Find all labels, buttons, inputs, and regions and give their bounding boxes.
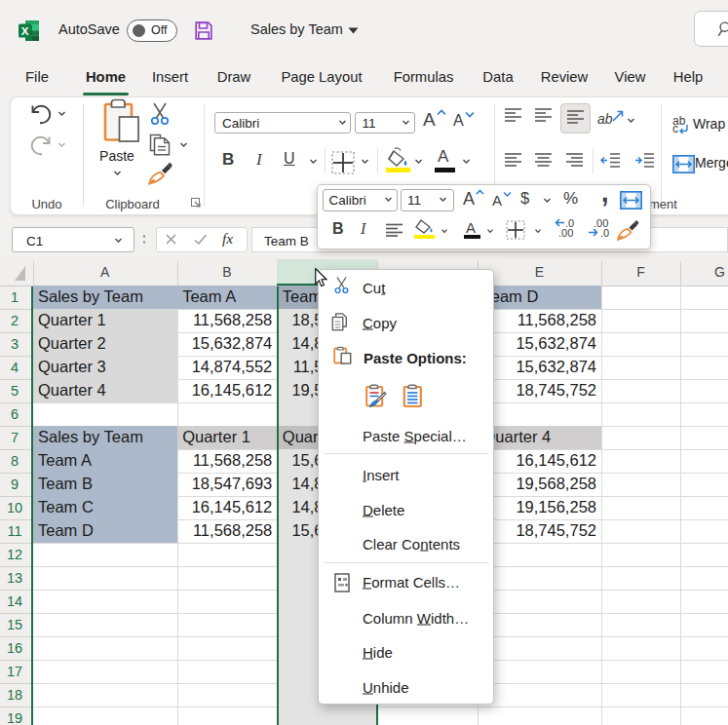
svg-text:.00: .00: [558, 227, 573, 238]
svg-text:c: c: [672, 124, 678, 134]
svg-text:.0: .0: [600, 227, 609, 238]
svg-text:X: X: [21, 25, 29, 37]
